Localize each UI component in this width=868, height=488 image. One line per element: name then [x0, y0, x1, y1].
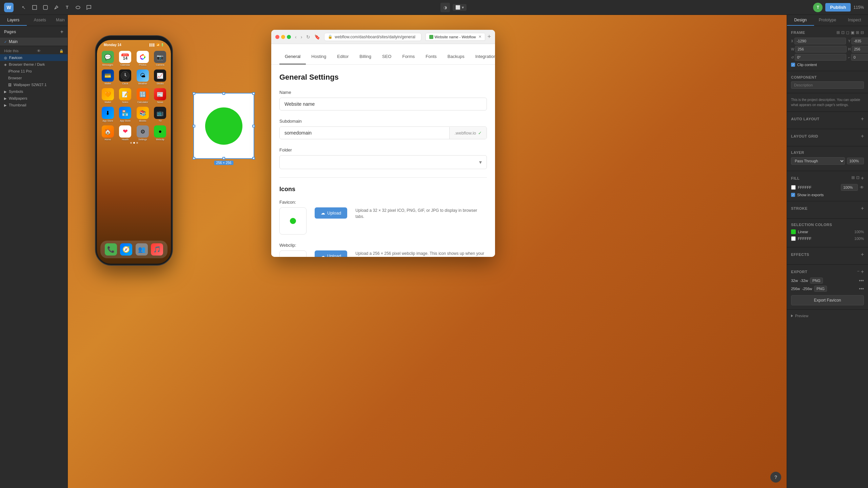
- text-tool[interactable]: T: [62, 3, 72, 12]
- browser-tab[interactable]: Website name - Webflow ✕: [426, 33, 486, 41]
- app-appstore[interactable]: ⬇ App Store: [100, 107, 115, 122]
- clip-content-checkbox[interactable]: ✓: [791, 63, 795, 67]
- reload-button[interactable]: ↻: [305, 34, 312, 40]
- integrations-nav-tab[interactable]: Integrations: [470, 49, 495, 64]
- favicon-canvas-element[interactable]: 256 × 256: [193, 93, 254, 159]
- tab-close-button[interactable]: ✕: [478, 35, 481, 39]
- help-button[interactable]: ?: [770, 472, 781, 483]
- frame-icon-6[interactable]: ⊟: [861, 30, 864, 35]
- add-auto-layout-button[interactable]: +: [861, 116, 864, 122]
- prototype-tab[interactable]: Prototype: [814, 15, 841, 26]
- name-input[interactable]: [279, 98, 487, 110]
- canvas-area[interactable]: Monday 14 ▌▌▌ 📶 🔋 💬 Messages: [68, 15, 787, 488]
- dock-contacts[interactable]: 👥: [136, 243, 148, 256]
- add-page-button[interactable]: +: [60, 29, 63, 35]
- hosting-nav-tab[interactable]: Hosting: [306, 49, 332, 64]
- resize-handle-tr[interactable]: [252, 92, 255, 95]
- app-wallet[interactable]: 💳 Wallet: [100, 69, 115, 85]
- seo-nav-tab[interactable]: SEO: [377, 49, 397, 64]
- add-export-button[interactable]: +: [861, 269, 864, 275]
- general-nav-tab[interactable]: General: [279, 49, 306, 64]
- resize-handle-bl[interactable]: [193, 157, 195, 160]
- add-layout-grid-button[interactable]: +: [861, 133, 864, 139]
- user-avatar[interactable]: T: [813, 3, 823, 12]
- selection-swatch-1[interactable]: [791, 229, 796, 234]
- subdomain-input[interactable]: [280, 127, 449, 139]
- frame-icon-1[interactable]: ⊞: [836, 30, 840, 35]
- fill-visible-icon[interactable]: 👁: [860, 185, 864, 190]
- main-page-item[interactable]: ✓ Main: [0, 38, 67, 46]
- select-tool[interactable]: ↖: [19, 3, 28, 12]
- forms-nav-tab[interactable]: Forms: [397, 49, 420, 64]
- comment-tool[interactable]: [84, 3, 94, 12]
- app-photos[interactable]: Photos: [135, 51, 150, 66]
- x-input[interactable]: [794, 38, 846, 44]
- app-health[interactable]: ❤ Health: [118, 125, 133, 141]
- export-format-2[interactable]: PNG: [814, 286, 827, 292]
- symbols-item[interactable]: ▶ Symbols: [0, 88, 67, 95]
- wallpapers-item[interactable]: ▶ Wallpapers: [0, 95, 67, 102]
- layers-tab[interactable]: Layers: [0, 15, 27, 26]
- export-icon-minus[interactable]: −: [857, 269, 860, 275]
- frame-icon-2[interactable]: ⊡: [841, 30, 845, 35]
- browser-url-bar[interactable]: 🔒 webflow.com/dashboard/sites/dailyin/ge…: [324, 33, 421, 41]
- assets-tab[interactable]: Assets: [27, 15, 54, 26]
- resize-handle-tm[interactable]: [222, 92, 225, 95]
- dock-music[interactable]: 🎵: [151, 243, 163, 256]
- resize-handle-mr[interactable]: [252, 125, 255, 127]
- app-settings[interactable]: ⚙ Settings: [135, 125, 150, 141]
- inspect-tab[interactable]: Inspect: [841, 15, 868, 26]
- fill-icon-1[interactable]: ⊞: [851, 175, 855, 181]
- app-ibooks[interactable]: 📚 iBooks: [135, 107, 150, 122]
- export-format-1[interactable]: PNG: [810, 278, 823, 284]
- selection-swatch-2[interactable]: [791, 236, 796, 241]
- app-calendar[interactable]: MON 14 Calendar: [118, 51, 133, 66]
- app-webclip[interactable]: ● Webclip: [153, 125, 168, 141]
- fill-color-swatch[interactable]: [791, 185, 796, 190]
- resize-handle-tl[interactable]: [193, 92, 195, 95]
- add-fill-button[interactable]: +: [861, 175, 864, 181]
- show-exports-checkbox[interactable]: ✓: [791, 193, 795, 197]
- publish-button[interactable]: Publish: [825, 3, 851, 12]
- eye-icon[interactable]: 👁: [37, 49, 41, 53]
- resize-handle-br[interactable]: [252, 157, 255, 160]
- app-home[interactable]: 🏠 Home: [100, 125, 115, 141]
- favicon-upload-button[interactable]: ☁ Upload: [315, 207, 347, 219]
- add-effect-button[interactable]: +: [861, 251, 864, 258]
- app-calculator[interactable]: 🔢 Calculator: [135, 88, 150, 103]
- frame-icon-5[interactable]: ⊞: [856, 30, 859, 35]
- minimize-dot[interactable]: [281, 35, 285, 39]
- frame-icon-3[interactable]: ◻: [846, 30, 849, 35]
- forward-button[interactable]: ›: [299, 34, 304, 40]
- dark-mode-btn[interactable]: ◑: [440, 3, 450, 12]
- fill-opacity-input[interactable]: [841, 184, 858, 191]
- canvas-dropdown[interactable]: ⬜ ▾: [453, 4, 467, 11]
- blend-mode-select[interactable]: Pass Through: [791, 157, 845, 165]
- component-description-input[interactable]: [791, 81, 864, 89]
- main-label[interactable]: Main: [53, 15, 67, 26]
- app-news[interactable]: 📰 News: [153, 88, 168, 103]
- favicon-layer-item[interactable]: ◎ Favicon: [0, 54, 67, 61]
- editor-nav-tab[interactable]: Editor: [332, 49, 354, 64]
- folder-dropdown[interactable]: ▾: [279, 155, 487, 169]
- corner-input[interactable]: [851, 54, 868, 61]
- design-tab[interactable]: Design: [787, 15, 814, 26]
- app-camera[interactable]: 📷 Camera: [153, 51, 168, 66]
- billing-nav-tab[interactable]: Billing: [354, 49, 377, 64]
- app-weather[interactable]: 🌤 Weather: [135, 69, 150, 85]
- resize-handle-ml[interactable]: [193, 125, 195, 127]
- lock-icon[interactable]: 🔒: [59, 49, 63, 53]
- app-logo[interactable]: W: [4, 3, 14, 12]
- rotation-input[interactable]: [795, 54, 846, 61]
- export-more-2[interactable]: •••: [859, 286, 864, 291]
- backups-nav-tab[interactable]: Backups: [442, 49, 470, 64]
- w-input[interactable]: [795, 46, 847, 53]
- resize-handle-bm[interactable]: [222, 157, 225, 160]
- fill-icon-2[interactable]: ⊡: [856, 175, 860, 181]
- y-input[interactable]: [851, 38, 868, 44]
- frame-tool[interactable]: [30, 3, 39, 12]
- add-stroke-button[interactable]: +: [861, 205, 864, 211]
- webclip-upload-button[interactable]: ☁ Upload: [315, 250, 347, 257]
- new-tab-button[interactable]: +: [487, 33, 491, 40]
- fonts-nav-tab[interactable]: Fonts: [420, 49, 442, 64]
